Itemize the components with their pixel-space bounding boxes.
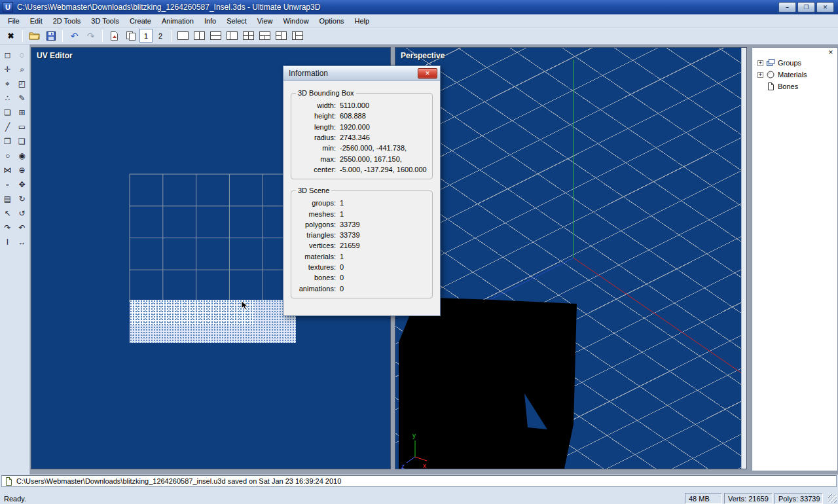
tool-duplicate[interactable]: ❏ (1, 105, 14, 119)
tree-item-groups[interactable]: + Groups (752, 57, 837, 69)
tool-move[interactable]: ✛ (1, 62, 14, 76)
menu-select[interactable]: Select (221, 16, 252, 26)
menu-2d-tools[interactable]: 2D Tools (48, 16, 86, 26)
restore-button[interactable]: ❐ (797, 2, 815, 12)
svg-text:x: x (423, 462, 426, 469)
menu-file[interactable]: File (3, 16, 25, 26)
texture-page-2-button[interactable]: 2 (154, 29, 167, 43)
menu-help[interactable]: Help (350, 16, 375, 26)
undo-icon: ↶ (71, 31, 79, 41)
tool-zoom-region[interactable]: ◰ (15, 77, 29, 90)
save-button[interactable] (43, 29, 58, 43)
tool-grid[interactable]: ⊞ (15, 105, 29, 119)
tool-circle[interactable]: ○ (1, 149, 14, 162)
tool-box-map[interactable]: ▫ (1, 177, 14, 191)
info-row-label: min: (293, 144, 336, 152)
tree-item-materials[interactable]: + Materials (752, 69, 837, 81)
info-row-label: length: (293, 123, 336, 131)
texture-preview (130, 300, 296, 343)
checkpoint-button[interactable] (107, 29, 122, 43)
status-bar: Ready. 48 MB Verts: 21659 Polys: 33739 (0, 488, 838, 504)
tree-item-label: Materials (778, 71, 807, 79)
tool-line[interactable]: ╱ (1, 120, 14, 134)
copy-button[interactable] (123, 29, 138, 43)
tool-redo[interactable]: ↷ (1, 221, 14, 234)
layout-left-two-right-button[interactable] (274, 29, 289, 43)
info-row-value: 5110.000 (340, 101, 369, 109)
tool-pencil[interactable]: ✎ (15, 91, 29, 105)
tool-ibeam[interactable]: I (1, 235, 14, 249)
expand-icon[interactable]: + (757, 60, 763, 66)
tool-globe[interactable]: ⊕ (15, 163, 29, 177)
tool-rotate-cw[interactable]: ↻ (15, 192, 29, 206)
status-polys: Polys: 33739 (774, 493, 823, 504)
texture-page-1-button[interactable]: 1 (139, 29, 153, 43)
menu-view[interactable]: View (252, 16, 278, 26)
tool-rect-select[interactable]: ◻ (1, 48, 14, 62)
minimize-button[interactable]: – (778, 2, 796, 12)
dialog-close-button[interactable]: ✕ (418, 68, 437, 79)
menu-create[interactable]: Create (124, 16, 156, 26)
menu-options[interactable]: Options (314, 16, 350, 26)
layout-two-vertical-button[interactable] (192, 29, 207, 43)
status-ready: Ready. (4, 495, 26, 503)
close-button[interactable]: ✕ (816, 2, 834, 12)
tool-list[interactable]: ▤ (1, 192, 14, 206)
dialog-titlebar[interactable]: Information ✕ (283, 66, 440, 81)
window-title: C:\Users\Webmaster\Downloads\blitzking_1… (17, 3, 778, 12)
menu-info[interactable]: Info (199, 16, 221, 26)
undo-button[interactable]: ↶ (67, 29, 82, 43)
info-row-value: 2743.346 (340, 134, 370, 141)
toolbar-separator (102, 30, 103, 42)
layout-quad-button[interactable] (241, 29, 256, 43)
copy-pages-icon (126, 31, 136, 41)
layout-three-mixed-button[interactable] (290, 29, 305, 43)
panel-close-button[interactable]: ✕ (826, 48, 835, 56)
info-row-value: 33739 (340, 231, 360, 239)
layout-single-icon (177, 31, 189, 40)
tool-pan[interactable]: ✥ (15, 177, 29, 191)
menu-window[interactable]: Window (278, 16, 314, 26)
menu-animation[interactable]: Animation (156, 16, 199, 26)
perspective-canvas[interactable]: Perspective y x z (395, 47, 747, 469)
tool-lasso-select[interactable]: ◌ (15, 48, 29, 62)
tool-stretch[interactable]: ↔ (15, 235, 29, 249)
tool-undo[interactable]: ↶ (15, 221, 29, 234)
layout-two-vertical-icon (194, 31, 205, 40)
perspective-scrollbar[interactable] (741, 48, 746, 469)
tool-sphere[interactable]: ◉ (15, 149, 29, 162)
redo-button[interactable]: ↷ (83, 29, 98, 43)
info-row-value: 33739 (340, 221, 360, 228)
main-toolbar: ✖ ↶ ↷ 1 2 (0, 27, 838, 45)
menu-3d-tools[interactable]: 3D Tools (86, 16, 124, 26)
menu-edit[interactable]: Edit (25, 16, 48, 26)
tree-item-bones[interactable]: Bones (752, 81, 837, 92)
close-file-button[interactable]: ✖ (3, 29, 18, 43)
tool-palette: ◻ ◌ ✛ ⌕ ⌖ ◰ ∴ ✎ ❏ ⊞ ╱ ▭ ❐ ❑ ○ ◉ ⋈ ⊕ ▫ ✥ … (0, 45, 30, 475)
tool-zoom[interactable]: ⌕ (15, 62, 29, 76)
layout-side-main-button[interactable] (225, 29, 240, 43)
perspective-title: Perspective (401, 51, 445, 60)
layout-single-button[interactable] (175, 29, 191, 43)
resize-grip[interactable] (828, 494, 837, 503)
window-titlebar[interactable]: U C:\Users\Webmaster\Downloads\blitzking… (0, 0, 838, 14)
layout-two-horizontal-button[interactable] (208, 29, 223, 43)
tool-select-points[interactable]: ∴ (1, 91, 14, 105)
tool-rectangle[interactable]: ▭ (15, 120, 29, 134)
layout-top-two-bottom-button[interactable] (257, 29, 272, 43)
info-row-value: 1920.000 (340, 123, 370, 131)
expand-icon[interactable]: + (757, 72, 763, 78)
tool-copy-uv[interactable]: ❐ (1, 134, 14, 148)
tool-paste-uv[interactable]: ❑ (15, 134, 29, 148)
info-row-value: -5.000, -137.294, 1600.000 (340, 166, 427, 173)
tool-weld[interactable]: ⋈ (1, 163, 14, 177)
info-row-label: animations: (293, 285, 336, 293)
tool-zoom-in[interactable]: ⌖ (1, 77, 14, 90)
open-button[interactable] (27, 29, 42, 43)
tool-rotate-ccw[interactable]: ↺ (15, 206, 29, 220)
mouse-cursor-icon (241, 300, 249, 311)
info-row-label: height: (293, 112, 336, 120)
info-row-value: 608.888 (340, 112, 366, 120)
file-message-field: C:\Users\Webmaster\Downloads\blitzking_1… (1, 475, 837, 487)
tool-pick[interactable]: ↖ (1, 206, 14, 220)
